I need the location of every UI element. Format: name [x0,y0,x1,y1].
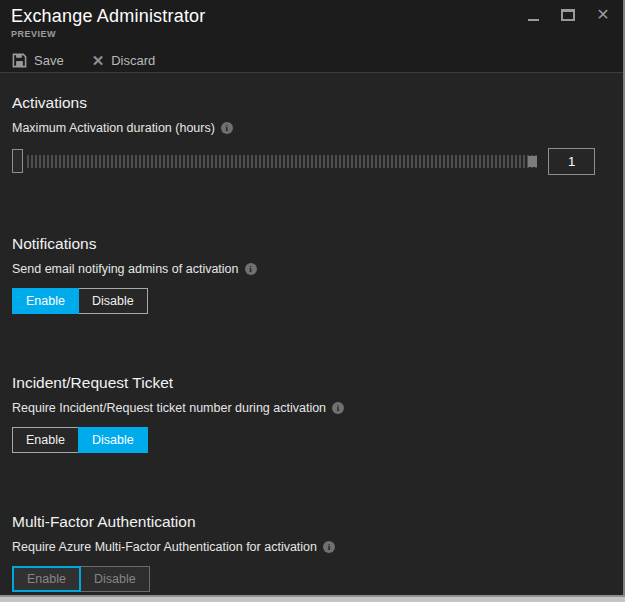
screenshot-bottom-border [0,595,625,602]
info-icon[interactable]: i [221,122,233,134]
command-toolbar: Save ✕ Discard [11,47,613,73]
activation-duration-row [12,147,613,175]
section-label: Require Azure Multi-Factor Authenticatio… [12,540,613,554]
discard-icon: ✕ [92,53,105,68]
slider-handle[interactable] [12,149,23,173]
mfa-label: Require Azure Multi-Factor Authenticatio… [12,540,317,554]
notifications-disable-button[interactable]: Disable [78,288,148,314]
mfa-toggle: Enable Disable [12,566,150,592]
maximize-icon [561,9,575,21]
section-heading: Activations [12,94,613,112]
slider-track-end [528,156,537,167]
preview-badge: PREVIEW [11,29,613,39]
save-button-label: Save [34,53,64,68]
window-controls: ✕ [525,7,611,23]
activation-duration-slider[interactable] [12,148,537,174]
notifications-enable-button[interactable]: Enable [12,288,79,314]
incident-disable-button[interactable]: Disable [78,427,148,453]
section-label: Send email notifying admins of activatio… [12,262,613,276]
screenshot-frame: Exchange Administrator PREVIEW ✕ [0,0,625,602]
section-notifications: Notifications Send email notifying admin… [12,175,613,314]
section-mfa: Multi-Factor Authentication Require Azur… [12,453,613,592]
info-icon[interactable]: i [245,263,257,275]
close-icon: ✕ [596,7,609,23]
close-button[interactable]: ✕ [595,7,611,23]
info-icon[interactable]: i [332,402,344,414]
minimize-button[interactable] [525,7,541,23]
notifications-toggle: Enable Disable [12,288,148,314]
save-icon [12,53,27,68]
page-title: Exchange Administrator [11,4,613,28]
blade-header: Exchange Administrator PREVIEW ✕ [0,0,625,72]
activation-duration-label: Maximum Activation duration (hours) [12,121,215,135]
section-label: Require Incident/Request ticket number d… [12,401,613,415]
discard-button[interactable]: ✕ Discard [92,53,156,68]
incident-ticket-label: Require Incident/Request ticket number d… [12,401,326,415]
notifications-label: Send email notifying admins of activatio… [12,262,239,276]
discard-button-label: Discard [111,53,155,68]
incident-enable-button[interactable]: Enable [12,427,79,453]
activation-duration-input[interactable] [548,148,595,175]
section-heading: Notifications [12,235,613,253]
section-heading: Incident/Request Ticket [12,374,613,392]
section-heading: Multi-Factor Authentication [12,513,613,531]
section-label: Maximum Activation duration (hours) i [12,121,613,135]
blade-content: Activations Maximum Activation duration … [0,72,625,592]
mfa-disable-button: Disable [80,566,150,592]
incident-ticket-toggle: Enable Disable [12,427,148,453]
info-icon[interactable]: i [323,541,335,553]
slider-track[interactable] [27,155,537,168]
maximize-button[interactable] [560,7,576,23]
section-incident-ticket: Incident/Request Ticket Require Incident… [12,314,613,453]
minimize-icon [528,19,539,21]
exchange-administrator-blade: Exchange Administrator PREVIEW ✕ [0,0,625,595]
save-button[interactable]: Save [12,53,64,68]
section-activations: Activations Maximum Activation duration … [12,73,613,175]
mfa-enable-button: Enable [12,566,81,592]
